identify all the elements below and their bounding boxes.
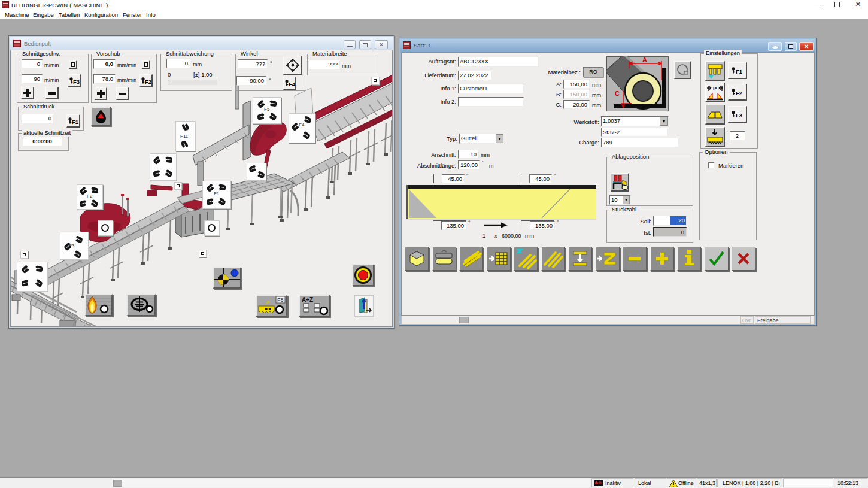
svg-text:A: A (642, 56, 647, 63)
svg-text:F2: F2 (145, 78, 151, 85)
svg-text:F11: F11 (180, 134, 189, 139)
svg-text:F4: F4 (289, 81, 296, 87)
svg-text:F3: F3 (73, 78, 80, 85)
svg-text:A+Z: A+Z (302, 296, 313, 303)
svg-text:F1: F1 (736, 68, 743, 75)
svg-text:F1: F1 (214, 191, 220, 196)
svg-text:F3: F3 (69, 243, 75, 248)
svg-text:F3: F3 (736, 112, 742, 119)
svg-text:F2: F2 (736, 90, 742, 96)
svg-text:P: P (713, 86, 717, 92)
svg-text:F5: F5 (264, 107, 270, 112)
svg-text:↗: ↗ (265, 299, 270, 305)
svg-text:C: C (615, 90, 620, 97)
svg-text:F2: F2 (87, 193, 93, 199)
svg-text:F1: F1 (72, 119, 79, 125)
svg-text:F4: F4 (299, 122, 305, 128)
svg-text:F8: F8 (277, 297, 284, 303)
